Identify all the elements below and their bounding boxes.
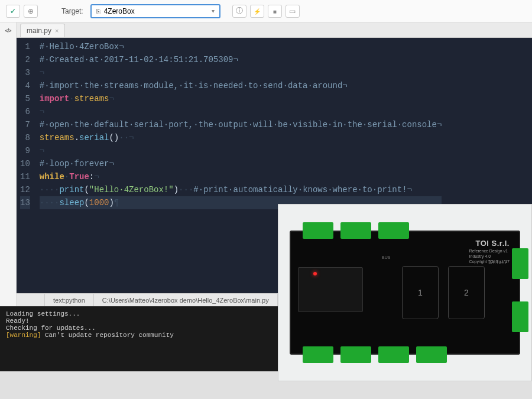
- pcb-board: 1 2 TOI S.r.l. Reference Design v1 Indus…: [290, 231, 520, 355]
- tab-bar: main.py ×: [17, 22, 532, 38]
- code-view-button[interactable]: [2, 24, 15, 37]
- code-content[interactable]: #·Hello·4ZeroBox¬#·Created·at·2017-11-02…: [36, 38, 442, 212]
- chevron-down-icon: ▾: [212, 8, 215, 14]
- status-empty: [17, 294, 45, 306]
- left-gutter: [0, 22, 17, 348]
- slot-2: 2: [448, 266, 485, 319]
- usb-icon: [96, 7, 100, 15]
- status-path: C:\Users\Matteo\4zerobox demo\Hello_4Zer…: [94, 294, 278, 306]
- board-brand: TOI S.r.l.: [475, 239, 510, 248]
- stop-icon: [273, 7, 277, 15]
- target-label: Target:: [61, 7, 83, 15]
- tab-label: main.py: [27, 27, 51, 35]
- info-button[interactable]: [232, 5, 246, 18]
- stop-button[interactable]: [268, 5, 282, 18]
- verify-button[interactable]: [6, 5, 20, 18]
- battery-label: BATTERY: [488, 260, 507, 264]
- target-value: 4ZeroBox: [104, 7, 135, 15]
- bus-label: BUS: [382, 255, 390, 259]
- plus-icon: [28, 7, 34, 15]
- line-numbers: 12345678910111213: [17, 38, 36, 212]
- board-photo: 1 2 TOI S.r.l. Reference Design v1 Indus…: [278, 204, 532, 381]
- console-button[interactable]: [286, 5, 300, 18]
- slot-1: 1: [402, 266, 439, 319]
- close-icon[interactable]: ×: [55, 27, 59, 34]
- bolt-icon: [254, 7, 261, 15]
- upload-button[interactable]: [250, 5, 264, 18]
- info-icon: [236, 6, 243, 16]
- main-toolbar: Target: 4ZeroBox ▾: [0, 0, 532, 22]
- code-icon: [5, 26, 11, 34]
- check-icon: [10, 7, 16, 15]
- target-select[interactable]: 4ZeroBox ▾: [90, 4, 220, 18]
- screen-icon: [289, 7, 296, 15]
- new-button[interactable]: [24, 5, 38, 18]
- status-lang: text:python: [45, 294, 94, 306]
- tab-main-py[interactable]: main.py ×: [20, 24, 65, 37]
